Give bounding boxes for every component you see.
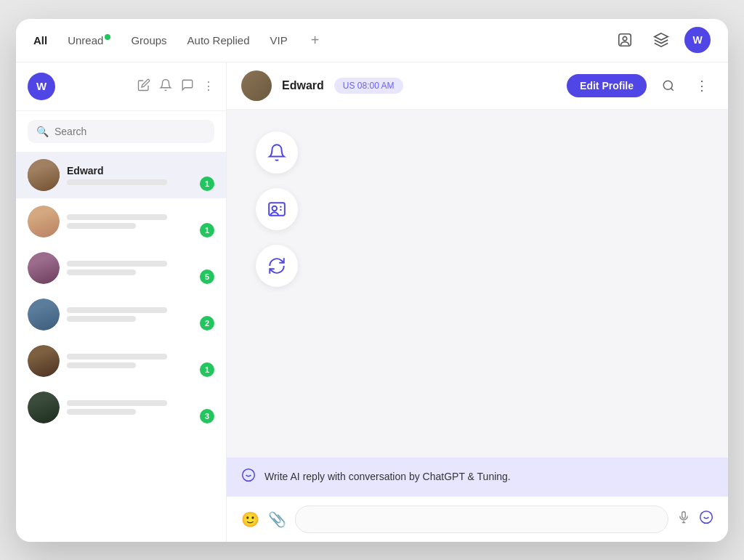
avatar bbox=[28, 299, 60, 330]
svg-rect-5 bbox=[682, 512, 686, 519]
chat-input-bar: 🙂 📎 bbox=[227, 496, 728, 542]
edit-profile-button[interactable]: Edit Profile bbox=[567, 74, 647, 97]
preview-line bbox=[67, 307, 167, 313]
ai-compose-icon[interactable] bbox=[699, 510, 713, 528]
unread-badge: 2 bbox=[200, 316, 214, 330]
contact-preview bbox=[67, 354, 193, 368]
bell-icon[interactable] bbox=[159, 78, 172, 94]
preview-line bbox=[67, 269, 136, 275]
sidebar-actions: ⋮ bbox=[137, 78, 214, 94]
message-input[interactable] bbox=[295, 506, 668, 533]
sidebar: W bbox=[16, 62, 227, 542]
contact-preview bbox=[67, 261, 193, 275]
time-badge: US 08:00 AM bbox=[334, 78, 403, 94]
list-item[interactable]: Edward 1 bbox=[16, 152, 226, 198]
preview-line bbox=[67, 223, 136, 229]
contact-info: Edward bbox=[67, 165, 193, 185]
search-chat-icon[interactable] bbox=[657, 74, 680, 97]
tab-auto-replied[interactable]: Auto Replied bbox=[187, 31, 250, 49]
svg-point-4 bbox=[272, 206, 278, 211]
contact-info bbox=[67, 354, 193, 368]
more-icon[interactable]: ⋮ bbox=[203, 79, 214, 93]
search-wrap[interactable]: 🔍 bbox=[28, 120, 214, 143]
avatar bbox=[28, 206, 60, 238]
preview-line bbox=[67, 354, 167, 360]
chat-header: Edward US 08:00 AM Edit Profile ⋮ bbox=[227, 62, 728, 110]
sidebar-logo[interactable]: W bbox=[28, 73, 55, 100]
list-item[interactable]: 1 bbox=[16, 198, 226, 245]
chat-avatar bbox=[241, 70, 272, 101]
tab-unread[interactable]: Unread bbox=[68, 31, 110, 49]
search-icon: 🔍 bbox=[36, 126, 49, 137]
contact-info bbox=[67, 307, 193, 322]
preview-line bbox=[67, 409, 136, 415]
ai-banner[interactable]: Write AI reply with conversation by Chat… bbox=[227, 458, 728, 496]
unread-badge: 1 bbox=[200, 223, 214, 238]
contact-name: Edward bbox=[67, 165, 193, 176]
chat-area: Edward US 08:00 AM Edit Profile ⋮ bbox=[227, 62, 728, 542]
svg-point-2 bbox=[663, 81, 672, 89]
avatar bbox=[28, 252, 60, 284]
preview-line bbox=[67, 179, 167, 185]
contact-info bbox=[67, 214, 193, 229]
contact-preview bbox=[67, 214, 193, 229]
preview-line bbox=[67, 214, 167, 220]
chat-icon[interactable] bbox=[181, 78, 194, 94]
chat-contact-name: Edward bbox=[282, 79, 324, 92]
preview-line bbox=[67, 316, 136, 322]
tab-groups[interactable]: Groups bbox=[131, 31, 166, 49]
notification-action-button[interactable] bbox=[256, 131, 298, 174]
tab-all[interactable]: All bbox=[33, 31, 47, 49]
contacts-icon[interactable] bbox=[612, 27, 638, 53]
contact-card-action-button[interactable] bbox=[256, 188, 298, 230]
sidebar-search: 🔍 bbox=[16, 111, 226, 152]
unread-dot bbox=[105, 34, 110, 40]
app-container: All Unread Groups Auto Replied VIP + bbox=[16, 19, 728, 542]
mic-icon[interactable] bbox=[677, 511, 690, 527]
preview-line bbox=[67, 400, 167, 406]
tab-vip[interactable]: VIP bbox=[270, 31, 287, 49]
contact-preview bbox=[67, 307, 193, 322]
unread-badge: 3 bbox=[200, 409, 214, 423]
avatar bbox=[28, 159, 60, 191]
unread-badge: 1 bbox=[200, 362, 214, 377]
list-item[interactable]: 2 bbox=[16, 291, 226, 338]
contact-preview bbox=[67, 400, 193, 415]
contact-info bbox=[67, 261, 193, 275]
unread-badge: 5 bbox=[200, 269, 214, 284]
emoji-icon[interactable]: 🙂 bbox=[241, 511, 259, 528]
user-avatar-nav[interactable]: W bbox=[684, 27, 711, 53]
main-content: W bbox=[16, 62, 728, 542]
contact-list: Edward 1 bbox=[16, 152, 226, 542]
list-item[interactable]: 5 bbox=[16, 245, 226, 291]
contact-preview bbox=[67, 179, 193, 185]
sync-action-button[interactable] bbox=[256, 245, 298, 287]
preview-line bbox=[67, 362, 136, 368]
preview-line bbox=[67, 261, 167, 267]
unread-badge: 1 bbox=[200, 176, 214, 191]
search-input[interactable] bbox=[54, 126, 206, 137]
add-tab-button[interactable]: + bbox=[311, 32, 320, 49]
sidebar-header: W bbox=[16, 62, 226, 111]
nav-right-icons: W bbox=[612, 27, 711, 53]
list-item[interactable]: 3 bbox=[16, 384, 226, 431]
chatgpt-icon bbox=[241, 468, 256, 486]
chat-body bbox=[227, 110, 728, 458]
layers-icon[interactable] bbox=[648, 27, 674, 53]
chat-more-icon[interactable]: ⋮ bbox=[690, 74, 713, 97]
ai-banner-text: Write AI reply with conversation by Chat… bbox=[264, 471, 511, 482]
compose-icon[interactable] bbox=[137, 78, 150, 94]
top-nav: All Unread Groups Auto Replied VIP + bbox=[16, 19, 728, 62]
contact-info bbox=[67, 400, 193, 415]
list-item[interactable]: 1 bbox=[16, 338, 226, 384]
attachment-icon[interactable]: 📎 bbox=[268, 511, 286, 528]
avatar bbox=[28, 345, 60, 377]
svg-point-1 bbox=[623, 36, 627, 41]
avatar bbox=[28, 391, 60, 423]
